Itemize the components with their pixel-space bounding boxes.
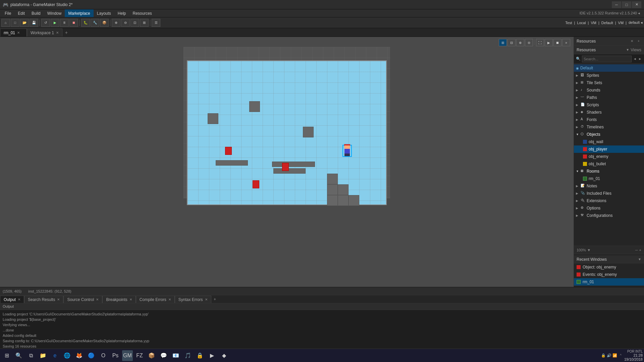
canvas-btn-grid[interactable]: ⊞ — [499, 39, 507, 46]
recent-item-obj-enemy[interactable]: Object: obj_enemy — [574, 263, 644, 271]
toolbar-save[interactable]: 💾 — [30, 19, 38, 27]
toolbar-zoom-fit[interactable]: ⊡ — [130, 19, 139, 27]
tree-configurations[interactable]: ▶ ⚒ Configurations — [574, 212, 644, 219]
tab-output-close[interactable]: ✕ — [18, 298, 20, 301]
tab-source-control[interactable]: Source Control ✕ — [63, 296, 102, 303]
tab-workspace1[interactable]: Workspace 1 ✕ — [27, 28, 62, 37]
tab-breakpoints[interactable]: Breakpoints ✕ — [102, 296, 136, 303]
tree-sounds[interactable]: ▶ ♪ Sounds — [574, 86, 644, 94]
toolbar-new[interactable]: □ — [11, 19, 19, 27]
obj-enemy[interactable] — [282, 163, 289, 171]
tree-options[interactable]: ▶ ⚙ Options — [574, 204, 644, 212]
tab-workspace1-close[interactable]: ✕ — [56, 31, 59, 35]
taskbar-browser-ie[interactable]: e — [50, 350, 60, 361]
resources-close-btn[interactable]: ✕ — [629, 39, 635, 44]
tree-fonts[interactable]: ▶ A Fonts — [574, 116, 644, 123]
menu-edit[interactable]: Edit — [14, 9, 28, 17]
taskbar-photoshop[interactable]: Ps — [110, 350, 121, 361]
tab-compile-errors-close[interactable]: ✕ — [168, 298, 171, 301]
tree-item-obj-bullet[interactable]: obj_bullet — [574, 160, 644, 168]
tab-search-results-close[interactable]: ✕ — [57, 298, 60, 301]
taskbar-search[interactable]: 🔍 — [13, 350, 24, 361]
search-prev-btn[interactable]: ◄ — [633, 56, 637, 62]
menu-resources[interactable]: Resources — [129, 9, 155, 17]
tab-compile-errors[interactable]: Compile Errors ✕ — [136, 296, 175, 303]
tab-rm01-close[interactable]: ✕ — [17, 31, 20, 35]
tree-notes[interactable]: ▶ 📝 Notes — [574, 182, 644, 190]
canvas-btn-play[interactable]: ▶ — [545, 39, 553, 46]
toolbar-stop[interactable]: ⏹ — [69, 19, 78, 27]
canvas-btn-more[interactable]: » — [562, 39, 570, 46]
recent-item-rm01[interactable]: rm_01 — [574, 278, 644, 286]
tab-search-results[interactable]: Search Results ✕ — [24, 296, 63, 303]
tree-included-files[interactable]: ▶ 📎 Included Files — [574, 190, 644, 197]
toolbar-debug[interactable]: 🐛 — [81, 19, 90, 27]
canvas-btn-zoom-out[interactable]: ⊖ — [525, 39, 533, 46]
taskbar-opera[interactable]: O — [98, 350, 109, 361]
toolbar-open[interactable]: 📂 — [20, 19, 29, 27]
target-default2[interactable]: default ◂ — [629, 20, 643, 25]
tree-item-obj-wall[interactable]: obj_wall — [574, 138, 644, 145]
tab-rm01[interactable]: rm_01 ✕ — [0, 28, 27, 37]
toolbar-zoom-reset[interactable]: ⊞ — [140, 19, 149, 27]
tree-item-obj-enemy[interactable]: obj_enemy — [574, 153, 644, 160]
taskbar-edge[interactable]: 🌐 — [62, 350, 72, 361]
menu-file[interactable]: File — [1, 9, 14, 17]
taskbar-more7[interactable]: ◆ — [219, 350, 229, 361]
taskbar-more3[interactable]: 📧 — [170, 350, 181, 361]
resources-dropdown[interactable]: Resources — [577, 48, 625, 52]
tree-sprites[interactable]: ▶ 🖼 Sprites — [574, 72, 644, 79]
taskbar-start[interactable]: ⊞ — [1, 350, 12, 361]
canvas-btn-stop[interactable]: ⏹ — [553, 39, 561, 46]
tab-syntax-errors-close[interactable]: ✕ — [205, 298, 208, 301]
taskbar-chrome[interactable]: 🔵 — [86, 350, 97, 361]
tree-item-obj-player[interactable]: obj_player — [574, 145, 644, 153]
tab-add-bottom[interactable]: + — [211, 296, 219, 303]
toolbar-home[interactable]: ⌂ — [1, 19, 10, 27]
obj-enemy[interactable] — [253, 180, 259, 188]
tree-scripts[interactable]: ▶ 📄 Scripts — [574, 101, 644, 109]
toolbar-clean[interactable]: 🔧 — [91, 19, 99, 27]
zoom-minus[interactable]: ─ — [635, 248, 638, 252]
tree-item-rm01[interactable]: rm_01 — [574, 175, 644, 182]
minimize-button[interactable]: ─ — [612, 1, 621, 8]
toolbar-zoom-out[interactable]: ⊖ — [121, 19, 130, 27]
canvas-btn-fullscreen[interactable]: ⛶ — [536, 39, 544, 46]
tab-breakpoints-close[interactable]: ✕ — [129, 298, 132, 301]
menu-marketplace[interactable]: Marketplace — [65, 9, 93, 17]
tree-extensions[interactable]: ▶ 🔌 Extensions — [574, 197, 644, 204]
tab-syntax-errors[interactable]: Syntax Errors ✕ — [175, 296, 211, 303]
recent-collapse-arrow[interactable]: ▼ — [638, 257, 641, 261]
toolbar-undo[interactable]: ↺ — [41, 19, 50, 27]
menu-help[interactable]: Help — [114, 9, 129, 17]
close-button[interactable]: ✕ — [632, 1, 641, 8]
target-vm[interactable]: VM — [591, 21, 596, 25]
zoom-plus[interactable]: + — [639, 248, 641, 252]
tree-objects[interactable]: ▼ ⬡ Objects — [574, 131, 644, 138]
taskbar-filezilla[interactable]: FZ — [134, 350, 145, 361]
taskbar-gamemaker[interactable]: GM — [122, 350, 133, 361]
taskbar-explorer[interactable]: 📁 — [38, 350, 48, 361]
menu-window[interactable]: Window — [44, 9, 65, 17]
tab-add[interactable]: + — [62, 28, 70, 37]
taskbar-more4[interactable]: 🎵 — [182, 350, 193, 361]
tree-paths[interactable]: ▶ 〰 Paths — [574, 94, 644, 101]
resources-add-btn[interactable]: + — [636, 39, 641, 44]
tab-source-control-close[interactable]: ✕ — [96, 298, 99, 301]
menu-build[interactable]: Build — [28, 9, 44, 17]
taskbar-more5[interactable]: 🔒 — [195, 350, 205, 361]
menu-layouts[interactable]: Layouts — [94, 9, 114, 17]
room-canvas[interactable] — [187, 60, 387, 205]
toolbar-objects[interactable]: ☰ — [152, 19, 160, 27]
target-local[interactable]: Local — [577, 21, 586, 25]
toolbar-run[interactable]: ▶ — [51, 19, 59, 27]
recent-item-events-enemy[interactable]: Events: obj_enemy — [574, 271, 644, 278]
maximize-button[interactable]: □ — [622, 1, 631, 8]
taskbar-more2[interactable]: 💬 — [158, 350, 169, 361]
canvas-btn-zoom-fit[interactable]: ⊟ — [507, 39, 516, 46]
tree-tilesets[interactable]: ▶ ⊞ Tile Sets — [574, 79, 644, 86]
taskbar-firefox[interactable]: 🦊 — [74, 350, 85, 361]
obj-player[interactable] — [343, 145, 351, 156]
target-vm2[interactable]: VM — [618, 21, 624, 25]
obj-enemy[interactable] — [225, 147, 232, 155]
